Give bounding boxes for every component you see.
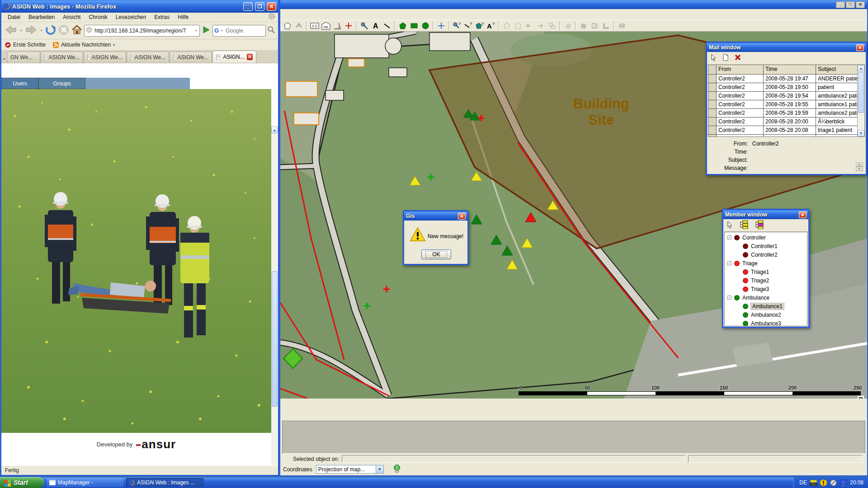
- text-tool-icon[interactable]: A: [370, 21, 381, 31]
- pin-tool-icon[interactable]: [359, 21, 369, 31]
- mail-scrollbar[interactable]: ▲ ▼: [857, 65, 864, 136]
- mail-row[interactable]: Controller22008-05-28 20:00Ã¼berblick: [708, 117, 864, 126]
- select-region-icon[interactable]: [578, 21, 589, 31]
- delete-message-icon[interactable]: [734, 54, 741, 63]
- back-button[interactable]: [4, 24, 18, 37]
- tree-item-triage2[interactable]: Triage2: [743, 276, 807, 285]
- tab-scroll-left-icon[interactable]: ◂: [2, 56, 6, 63]
- disconnected-icon[interactable]: [830, 479, 837, 486]
- mail-row[interactable]: Controller22008-05-28 19:47ANDERER patie…: [708, 75, 864, 83]
- url-input[interactable]: [94, 27, 193, 34]
- browser-tab-4[interactable]: ASIGN We...: [127, 52, 169, 63]
- green-polygon-tool-icon[interactable]: [397, 21, 408, 31]
- polygon-query-tool-icon[interactable]: ?: [474, 21, 485, 31]
- browser-tab-3[interactable]: ASIGN We...: [84, 52, 126, 63]
- google-logo[interactable]: G: [214, 27, 219, 34]
- menu-hilfe[interactable]: Hilfe: [174, 13, 192, 21]
- ok-button[interactable]: OK: [421, 249, 451, 259]
- globe-icon[interactable]: [393, 465, 401, 474]
- tree-item-triage3[interactable]: Triage3: [743, 285, 807, 293]
- mail-row[interactable]: Controller22008-05-28 20:08triage1 patie…: [708, 126, 864, 135]
- minimize-button[interactable]: _: [243, 2, 253, 11]
- add-node-icon[interactable]: [524, 21, 534, 31]
- line-query-tool-icon[interactable]: ?: [463, 21, 473, 31]
- close-icon[interactable]: ✕: [856, 44, 864, 51]
- forward-dropdown[interactable]: ▾: [39, 26, 43, 36]
- green-rectangle-tool-icon[interactable]: [409, 21, 419, 31]
- menu-extras[interactable]: Extras: [151, 13, 173, 21]
- search-input[interactable]: [225, 27, 264, 34]
- tree-item-ambulance2[interactable]: Ambulance2: [743, 310, 807, 319]
- tab-groups[interactable]: Groups: [38, 78, 85, 89]
- mail-row[interactable]: Controller22008-05-28 19:55ambulance1 pa…: [708, 100, 864, 109]
- back-dropdown[interactable]: ▾: [19, 26, 23, 36]
- bookmark-erste-schritte[interactable]: Erste Schritte: [5, 42, 46, 48]
- red-cross-tool-icon[interactable]: [343, 21, 354, 31]
- forward-button[interactable]: [24, 24, 38, 37]
- menu-datei[interactable]: Datei: [4, 13, 24, 21]
- line-tool-icon[interactable]: [382, 21, 392, 31]
- menu-ansicht[interactable]: Ansicht: [59, 13, 84, 21]
- close-button[interactable]: ✕: [856, 1, 865, 8]
- menu-lesezeichen[interactable]: Lesezeichen: [112, 13, 150, 21]
- tab-users[interactable]: Users: [1, 78, 38, 89]
- select-cursor-icon[interactable]: [727, 221, 733, 230]
- magnifier-icon[interactable]: [267, 26, 275, 36]
- mail-row[interactable]: Controller22008-05-28 19:50patient: [708, 83, 864, 92]
- move-node-icon[interactable]: [535, 21, 546, 31]
- close-icon[interactable]: ✕: [458, 213, 466, 220]
- layers-icon[interactable]: [617, 21, 627, 31]
- go-button[interactable]: [201, 25, 211, 37]
- reload-button[interactable]: [45, 24, 57, 38]
- home-button[interactable]: [71, 24, 83, 38]
- search-engine-dropdown[interactable]: ▾: [220, 26, 223, 36]
- browser-tab-5[interactable]: ASIGN We...: [170, 52, 212, 63]
- new-message-icon[interactable]: [722, 54, 729, 63]
- stop-button[interactable]: [58, 24, 70, 38]
- green-circle-tool-icon[interactable]: [420, 21, 430, 31]
- task-asign-web[interactable]: ASIGN Web : Images ...: [126, 478, 204, 487]
- area-hectare-tool-icon[interactable]: ha: [321, 21, 331, 31]
- tree-item-ambulance1[interactable]: Ambulance1: [743, 302, 807, 310]
- mail-titlebar[interactable]: Mail window ✕: [707, 43, 866, 52]
- eraser-icon[interactable]: [562, 21, 573, 31]
- angle-tool-icon[interactable]: [332, 21, 342, 31]
- display-settings-icon[interactable]: [840, 479, 847, 486]
- tab-close-button[interactable]: ✕: [247, 54, 253, 60]
- message-spinner[interactable]: [856, 162, 863, 173]
- mail-row[interactable]: Controller22008-05-28 19:59ambulance2 pa…: [708, 109, 864, 117]
- edit-polygon-icon[interactable]: [501, 21, 512, 31]
- tree-view-icon[interactable]: [739, 220, 749, 231]
- restore-button[interactable]: ❐: [255, 2, 264, 11]
- corner-tool-icon[interactable]: [601, 21, 611, 31]
- minimize-button[interactable]: _: [836, 1, 845, 8]
- pin-query-tool-icon[interactable]: ?: [452, 21, 462, 31]
- maximize-button[interactable]: □: [846, 1, 855, 8]
- map-titlebar[interactable]: _ □ ✕: [280, 0, 867, 9]
- bookmark-aktuelle-nachrichten[interactable]: Aktuelle Nachrichten ▾: [53, 42, 115, 48]
- browser-tab-active[interactable]: ASIGN...✕: [212, 51, 256, 63]
- browser-tab-1[interactable]: GN We...: [7, 52, 40, 63]
- tree-group-triage[interactable]: − Triage: [725, 259, 807, 267]
- measure-value-tool-icon[interactable]: 1.2: [309, 21, 320, 31]
- tree-group-controller[interactable]: − Controller: [725, 233, 807, 242]
- select-cursor-icon[interactable]: [711, 54, 717, 63]
- col-from[interactable]: From: [717, 65, 764, 74]
- transform-tool-icon[interactable]: [293, 21, 304, 31]
- close-button[interactable]: ✕: [267, 2, 276, 11]
- close-icon[interactable]: ✕: [799, 211, 807, 218]
- vertical-scrollbar[interactable]: ▲ ▼: [271, 127, 278, 465]
- language-indicator[interactable]: DE: [799, 479, 807, 486]
- polygon-outline-tool-icon[interactable]: [282, 21, 292, 31]
- tree-item-ambulance3[interactable]: Ambulance3: [743, 319, 807, 326]
- col-time[interactable]: Time: [764, 65, 816, 74]
- text-query-tool-icon[interactable]: A?: [486, 21, 496, 31]
- url-dropdown[interactable]: ▾: [194, 26, 198, 36]
- projection-select[interactable]: Projection of map... ▼: [316, 465, 384, 474]
- menu-chronik[interactable]: Chronik: [85, 13, 111, 21]
- duplicate-icon[interactable]: [547, 21, 557, 31]
- tree-group-ambulance[interactable]: − Ambulance: [725, 293, 807, 302]
- clock[interactable]: 20:08: [850, 479, 863, 486]
- browser-tab-2[interactable]: ASIGN We...: [41, 52, 83, 63]
- cpu-meter-icon[interactable]: CPU: [810, 479, 817, 486]
